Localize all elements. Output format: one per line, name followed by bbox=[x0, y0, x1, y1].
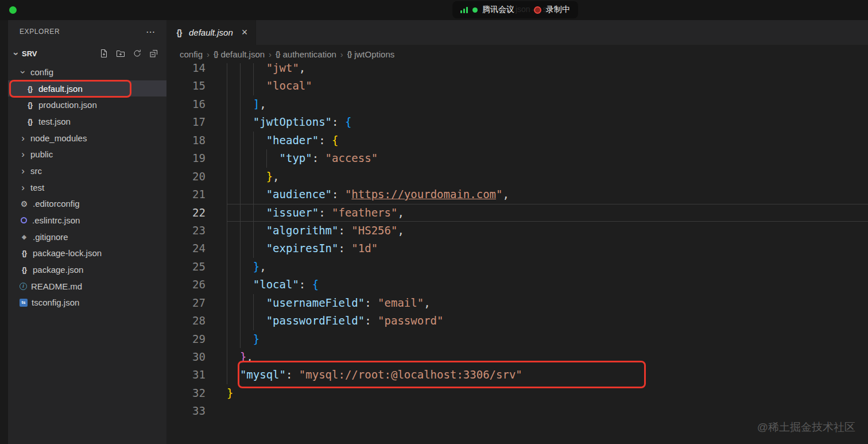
section-label: SRV bbox=[22, 49, 37, 58]
code-editor[interactable]: 14"jwt",15"local"16],17"jwtOptions": {18… bbox=[166, 63, 868, 444]
refresh-button[interactable] bbox=[133, 49, 142, 58]
breadcrumb-separator: › bbox=[207, 49, 210, 59]
code-line-24[interactable]: 24"expiresIn": "1d" bbox=[166, 240, 868, 257]
code-line-23[interactable]: 23"algorithm": "HS256", bbox=[166, 222, 868, 240]
code-line-17[interactable]: 17"jwtOptions": { bbox=[166, 113, 868, 131]
chevron-right-icon: › bbox=[20, 166, 26, 176]
tree-item-gitignore[interactable]: ◆.gitignore bbox=[8, 229, 166, 245]
code-line-30[interactable]: 30}, bbox=[166, 348, 868, 366]
code-token: : bbox=[319, 206, 332, 219]
indent-guide bbox=[240, 312, 241, 330]
indent-guide bbox=[227, 366, 227, 384]
code-line-15[interactable]: 15"local" bbox=[166, 77, 868, 95]
code-line-16[interactable]: 16], bbox=[166, 95, 868, 113]
tree-item-node-modules[interactable]: ›node_modules bbox=[8, 130, 166, 146]
code-token: , bbox=[259, 260, 266, 273]
indent-guide bbox=[227, 113, 227, 131]
line-number: 25 bbox=[166, 258, 227, 276]
json-icon: {} bbox=[276, 50, 280, 58]
tree-item-eslintrc-json[interactable]: .eslintrc.json bbox=[8, 212, 166, 229]
breadcrumb-item-authentication[interactable]: {}authentication bbox=[276, 49, 336, 59]
green-status-dot bbox=[472, 7, 478, 13]
code-line-14[interactable]: 14"jwt", bbox=[166, 63, 868, 77]
breadcrumb-item-config[interactable]: config bbox=[180, 49, 203, 59]
explorer-section-srv[interactable]: › SRV bbox=[8, 43, 166, 64]
breadcrumb: config›{}default.json›{}authentication›{… bbox=[166, 45, 868, 63]
code-line-32[interactable]: 32} bbox=[166, 384, 868, 402]
code-line-22[interactable]: 22"issuer": "feathers", bbox=[166, 204, 868, 222]
indent-guide bbox=[227, 168, 227, 186]
indent-guide bbox=[240, 276, 241, 294]
window-control-green[interactable] bbox=[9, 6, 17, 14]
code-line-20[interactable]: 20}, bbox=[166, 168, 868, 186]
more-actions-icon[interactable]: ⋯ bbox=[146, 26, 156, 37]
code-token: "access" bbox=[326, 152, 378, 164]
tab-default-json[interactable]: {} default.json × bbox=[166, 20, 256, 45]
tree-item-label: test bbox=[30, 183, 44, 192]
tab-bar: {} default.json × bbox=[166, 20, 868, 45]
code-line-25[interactable]: 25}, bbox=[166, 258, 868, 276]
breadcrumb-item-default-json[interactable]: {}default.json bbox=[214, 49, 265, 59]
tree-item-production-json[interactable]: {}production.json bbox=[8, 96, 166, 113]
info-icon: i bbox=[20, 283, 27, 290]
explorer-actions bbox=[99, 49, 158, 58]
code-line-26[interactable]: 26"local": { bbox=[166, 276, 868, 294]
tab-close-icon[interactable]: × bbox=[242, 26, 248, 38]
tree-item-readme-md[interactable]: iREADME.md bbox=[8, 278, 166, 295]
code-line-28[interactable]: 28"passwordField": "password" bbox=[166, 312, 868, 330]
code-token: "local" bbox=[253, 278, 299, 291]
ts-icon: ts bbox=[20, 299, 28, 307]
tree-item-config[interactable]: ›config bbox=[8, 64, 166, 80]
code-token: "feathers" bbox=[332, 206, 397, 219]
collapse-all-icon bbox=[149, 49, 158, 58]
line-number: 32 bbox=[166, 384, 227, 402]
line-number: 26 bbox=[166, 276, 227, 294]
tree-item-src[interactable]: ›src bbox=[8, 163, 166, 179]
code-line-29[interactable]: 29} bbox=[166, 330, 868, 348]
breadcrumb-item-jwtoptions[interactable]: {}jwtOptions bbox=[347, 49, 394, 59]
code-token: "usernameField" bbox=[266, 296, 365, 309]
tree-item-package-json[interactable]: {}package.json bbox=[8, 261, 166, 278]
code-line-31[interactable]: 31"mysql": "mysql://root:@localhost:3306… bbox=[166, 366, 868, 384]
code-line-27[interactable]: 27"usernameField": "email", bbox=[166, 294, 868, 312]
code-line-21[interactable]: 21"audience": "https://yourdomain.com", bbox=[166, 186, 868, 203]
code-line-33[interactable]: 33 bbox=[166, 402, 868, 420]
tree-item-public[interactable]: ›public bbox=[8, 146, 166, 163]
code-token: "local" bbox=[266, 79, 312, 92]
tree-item-label: tsconfig.json bbox=[32, 298, 79, 307]
tree-item-test-json[interactable]: {}test.json bbox=[8, 113, 166, 130]
tree-item-default-json[interactable]: {}default.json bbox=[8, 80, 166, 97]
new-file-button[interactable] bbox=[99, 49, 108, 58]
code-token: : bbox=[365, 296, 378, 309]
tree-item-editorconfig[interactable]: ⚙.editorconfig bbox=[8, 196, 166, 213]
line-number: 24 bbox=[166, 240, 227, 257]
collapse-all-button[interactable] bbox=[149, 49, 158, 58]
meeting-recording-overlay: 腾讯会议 录制中 bbox=[452, 1, 578, 18]
line-number: 23 bbox=[166, 222, 227, 240]
code-line-19[interactable]: 19"typ": "access" bbox=[166, 149, 868, 167]
indent-guide bbox=[240, 95, 241, 113]
code-line-18[interactable]: 18"header": { bbox=[166, 132, 868, 149]
code-token: : bbox=[332, 115, 345, 128]
activity-bar bbox=[0, 20, 8, 444]
indent-guide bbox=[227, 186, 227, 203]
breadcrumb-label: jwtOptions bbox=[354, 49, 394, 59]
tree-item-package-lock-json[interactable]: {}package-lock.json bbox=[8, 245, 166, 262]
code-token: "typ" bbox=[280, 152, 312, 164]
code-token: : bbox=[286, 368, 299, 381]
indent-guide bbox=[240, 204, 241, 222]
json-icon: {} bbox=[214, 50, 218, 58]
line-number: 21 bbox=[166, 186, 227, 203]
code-token: , bbox=[246, 350, 253, 363]
indent-guide bbox=[240, 294, 241, 312]
breadcrumb-label: authentication bbox=[282, 49, 336, 59]
tree-item-label: package-lock.json bbox=[33, 248, 102, 258]
explorer-title: EXPLORER bbox=[20, 28, 60, 36]
new-folder-button[interactable] bbox=[116, 49, 125, 58]
tree-item-tsconfig-json[interactable]: tstsconfig.json bbox=[8, 295, 166, 311]
indent-guide bbox=[240, 113, 241, 131]
tree-item-test[interactable]: ›test bbox=[8, 179, 166, 196]
code-token: ] bbox=[253, 98, 259, 110]
indent-guide bbox=[253, 168, 254, 186]
breadcrumb-separator: › bbox=[269, 49, 272, 59]
